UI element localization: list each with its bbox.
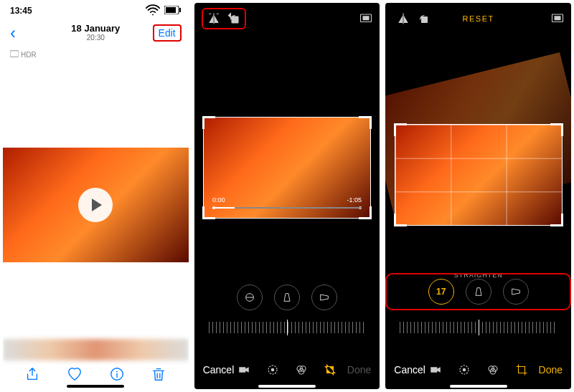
svg-rect-17: [555, 16, 561, 20]
svg-rect-1: [166, 7, 176, 13]
nav-date: 18 January: [71, 24, 120, 34]
svg-rect-15: [421, 16, 428, 23]
video-mode-icon[interactable]: [237, 363, 250, 376]
straighten-value: 17: [436, 287, 446, 297]
mode-tab-group: [237, 363, 337, 376]
vertical-perspective-button[interactable]: [466, 279, 491, 305]
photo-viewer-screen: 13:45 ‹ 18 January 20:30 Edit HDR: [3, 3, 189, 389]
crop-corner-tl[interactable]: [202, 116, 215, 129]
hdr-text: HDR: [21, 51, 37, 59]
done-button[interactable]: Done: [528, 364, 563, 376]
wifi-icon: [145, 3, 161, 20]
rotate-icon[interactable]: [227, 12, 240, 25]
perspective-controls: 17: [385, 273, 571, 310]
top-bar: RESET: [385, 3, 571, 34]
straighten-button[interactable]: 17: [428, 279, 454, 305]
crop-frame[interactable]: [395, 125, 562, 225]
nav-bar: ‹ 18 January 20:30 Edit: [3, 19, 189, 47]
vertical-perspective-button[interactable]: [274, 285, 300, 310]
rotate-icon[interactable]: [417, 12, 430, 25]
mode-tab-group: [429, 363, 528, 376]
editor-toolbar: Cancel Done: [385, 358, 571, 382]
home-indicator: [258, 385, 316, 388]
reset-button[interactable]: RESET: [463, 14, 494, 23]
aspect-ratio-icon[interactable]: [359, 12, 372, 25]
hdr-badge: HDR: [3, 47, 189, 62]
svg-point-5: [116, 371, 118, 372]
straighten-button[interactable]: [237, 285, 263, 310]
home-indicator: [67, 385, 124, 388]
status-right: [145, 3, 182, 20]
aspect-ratio-icon[interactable]: [551, 12, 564, 25]
status-time: 13:45: [10, 6, 32, 16]
share-icon[interactable]: [24, 366, 40, 384]
play-icon[interactable]: [78, 188, 113, 222]
angle-ruler[interactable]: [209, 322, 366, 333]
crop-editor-screen: 0:00 -1:05 Cancel: [194, 3, 380, 389]
filters-mode-icon[interactable]: [295, 363, 308, 376]
crop-corner-bl[interactable]: [394, 214, 407, 226]
grid-overlay: [395, 125, 562, 225]
home-indicator: [450, 385, 507, 388]
ruler-center-mark: [287, 320, 288, 335]
perspective-controls: [194, 285, 380, 310]
svg-point-11: [271, 368, 275, 372]
crop-corner-tr[interactable]: [359, 116, 372, 129]
crop-corner-br[interactable]: [550, 214, 563, 226]
nav-time: 20:30: [71, 34, 120, 42]
flip-rotate-group: [392, 9, 434, 28]
crop-corner-tl[interactable]: [394, 123, 407, 136]
ruler-center-mark: [479, 320, 479, 335]
flip-horizontal-icon[interactable]: [397, 12, 410, 25]
back-button[interactable]: ‹: [10, 23, 16, 43]
filters-mode-icon[interactable]: [486, 363, 499, 376]
hdr-icon: [10, 50, 19, 59]
flip-horizontal-icon[interactable]: [207, 12, 220, 25]
angle-ruler[interactable]: [400, 322, 557, 333]
trim-start: 0:00: [212, 196, 225, 204]
status-bar: 13:45: [3, 3, 189, 19]
top-bar: [194, 3, 380, 34]
adjust-mode-icon[interactable]: [266, 363, 279, 376]
trim-handle-start[interactable]: [212, 206, 215, 209]
video-preview[interactable]: [3, 148, 189, 262]
crop-mode-icon[interactable]: [324, 363, 337, 376]
done-button[interactable]: Done: [337, 364, 371, 376]
svg-rect-3: [10, 51, 19, 57]
trim-bar[interactable]: 0:00 -1:05: [212, 196, 362, 204]
filmstrip[interactable]: [3, 339, 189, 360]
svg-rect-8: [363, 16, 370, 20]
horizontal-perspective-button[interactable]: [503, 279, 529, 305]
cancel-button[interactable]: Cancel: [394, 364, 428, 376]
crop-corner-tr[interactable]: [550, 123, 563, 136]
trim-end: -1:05: [347, 196, 362, 204]
svg-rect-2: [179, 8, 181, 12]
nav-title-group: 18 January 20:30: [71, 24, 120, 42]
adjust-mode-icon[interactable]: [458, 363, 471, 376]
editor-toolbar: Cancel Done: [194, 358, 380, 382]
cancel-button[interactable]: Cancel: [203, 364, 237, 376]
horizontal-perspective-button[interactable]: [311, 285, 337, 310]
info-icon[interactable]: [109, 366, 125, 384]
crop-frame[interactable]: 0:00 -1:05: [204, 118, 370, 218]
svg-point-19: [462, 368, 466, 372]
video-mode-icon[interactable]: [429, 363, 442, 376]
heart-icon[interactable]: [67, 366, 83, 384]
battery-icon: [164, 6, 182, 16]
crop-mode-icon[interactable]: [515, 363, 528, 376]
trash-icon[interactable]: [151, 366, 166, 384]
straighten-editor-screen: RESET STRAIGHTEN 17 Cancel: [385, 3, 571, 389]
flip-rotate-group: [202, 8, 246, 29]
edit-button[interactable]: Edit: [153, 24, 182, 42]
trim-handle-end[interactable]: [359, 206, 362, 209]
